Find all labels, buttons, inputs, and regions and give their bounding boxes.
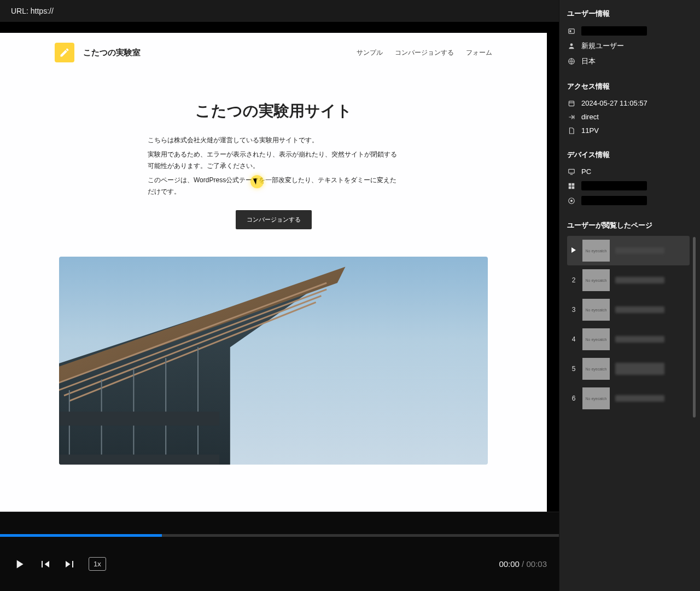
page-title-redacted bbox=[615, 247, 664, 254]
page-number: 4 bbox=[570, 335, 577, 343]
pages-title: ユーザーが閲覧したページ bbox=[559, 218, 700, 236]
play-button[interactable] bbox=[12, 557, 26, 571]
calendar-icon bbox=[567, 100, 576, 107]
device-os-row bbox=[559, 179, 700, 194]
svg-rect-11 bbox=[59, 412, 219, 425]
nav-form[interactable]: フォーム bbox=[466, 48, 492, 57]
svg-point-26 bbox=[570, 199, 573, 201]
svg-rect-23 bbox=[569, 186, 571, 189]
chrome-icon bbox=[567, 197, 576, 205]
device-info-title: デバイス情報 bbox=[559, 148, 700, 165]
access-time-value: 2024-05-27 11:05:57 bbox=[581, 99, 648, 107]
svg-rect-12 bbox=[59, 455, 219, 465]
site-name: こたつの実験室 bbox=[83, 48, 141, 58]
site-header: こたつの実験室 サンプル コンバージョンする フォーム bbox=[55, 43, 492, 62]
svg-point-15 bbox=[570, 43, 573, 46]
monitor-icon bbox=[567, 168, 576, 176]
page-number: 2 bbox=[570, 276, 577, 284]
page-title-redacted bbox=[615, 306, 664, 313]
user-type-value: 新規ユーザー bbox=[581, 41, 624, 51]
page-thumb: No eyecatch bbox=[582, 240, 610, 262]
file-icon bbox=[567, 127, 576, 135]
access-pv-value: 11PV bbox=[581, 126, 599, 135]
play-indicator-icon bbox=[570, 247, 577, 254]
player-bar: 1x 00:00 / 00:03 bbox=[0, 512, 559, 591]
cursor-indicator-icon bbox=[250, 175, 264, 188]
user-info-title: ユーザー情報 bbox=[559, 7, 700, 24]
user-country-row: 日本 bbox=[559, 54, 700, 69]
svg-rect-17 bbox=[569, 101, 574, 106]
windows-icon bbox=[567, 182, 576, 190]
page-thumb: No eyecatch bbox=[582, 299, 610, 321]
device-type-value: PC bbox=[581, 167, 591, 176]
nav-sample[interactable]: サンプル bbox=[357, 48, 383, 57]
time-total: 00:03 bbox=[526, 559, 547, 569]
site-nav: サンプル コンバージョンする フォーム bbox=[357, 48, 492, 57]
recorded-page: こたつの実験室 サンプル コンバージョンする フォーム こたつの実験用サイト こ… bbox=[0, 33, 547, 512]
hero-line1: こちらは株式会社火燵が運営している実験用サイトです。 bbox=[148, 135, 399, 147]
page-title-redacted bbox=[615, 277, 664, 283]
page-title-redacted bbox=[615, 336, 664, 343]
nav-conversion[interactable]: コンバージョンする bbox=[395, 48, 454, 57]
page-number: 5 bbox=[570, 365, 577, 373]
page-thumb: No eyecatch bbox=[582, 328, 610, 350]
hero-line3: このページは、WordPress公式テーマを一部改変したり、テキストをダミーに変… bbox=[148, 175, 399, 198]
svg-rect-14 bbox=[570, 30, 571, 32]
referrer-icon bbox=[567, 113, 576, 121]
page-title-redacted bbox=[615, 395, 664, 402]
page-item[interactable]: 2 No eyecatch bbox=[567, 265, 690, 295]
page-list: No eyecatch 2 No eyecatch 3 No eyecatch bbox=[567, 236, 690, 418]
next-button[interactable] bbox=[63, 558, 77, 571]
sidebar: ユーザー情報 新規ユーザー 日本 アクセス情報 2024-05-27 11:05… bbox=[559, 0, 700, 591]
page-title-redacted bbox=[615, 363, 664, 375]
svg-rect-21 bbox=[569, 183, 571, 186]
time-display: 00:00 / 00:03 bbox=[499, 559, 547, 569]
page-list-scrollbar[interactable] bbox=[693, 237, 696, 418]
id-card-icon bbox=[567, 27, 576, 35]
page-number: 3 bbox=[570, 306, 577, 314]
recording-viewport: こたつの実験室 サンプル コンバージョンする フォーム こたつの実験用サイト こ… bbox=[0, 22, 559, 512]
page-item[interactable]: 3 No eyecatch bbox=[567, 295, 690, 325]
access-info-title: アクセス情報 bbox=[559, 79, 700, 97]
svg-rect-19 bbox=[569, 169, 575, 173]
redacted-value bbox=[581, 196, 647, 205]
redacted-value bbox=[581, 181, 647, 190]
hero-line2: 実験用であるため、エラーが表示されたり、表示が崩れたり、突然サイトが閉鎖する可能… bbox=[148, 149, 399, 172]
progress-track[interactable] bbox=[0, 534, 559, 537]
page-thumb: No eyecatch bbox=[582, 358, 610, 380]
access-ref-value: direct bbox=[581, 113, 599, 121]
user-country-value: 日本 bbox=[581, 56, 596, 66]
device-type-row: PC bbox=[559, 165, 700, 179]
page-item[interactable]: 6 No eyecatch bbox=[567, 384, 690, 413]
speed-button[interactable]: 1x bbox=[89, 557, 106, 571]
hero-title: こたつの実験用サイト bbox=[148, 101, 399, 121]
progress-fill bbox=[0, 534, 162, 537]
svg-rect-13 bbox=[569, 28, 575, 33]
access-pv-row: 11PV bbox=[559, 124, 700, 138]
user-type-row: 新規ユーザー bbox=[559, 39, 700, 54]
svg-rect-22 bbox=[572, 183, 575, 186]
conversion-button[interactable]: コンバージョンする bbox=[236, 210, 312, 229]
page-thumb: No eyecatch bbox=[582, 269, 610, 291]
access-ref-row: direct bbox=[559, 111, 700, 124]
globe-icon bbox=[567, 57, 576, 65]
page-item[interactable]: 4 No eyecatch bbox=[567, 325, 690, 354]
page-number: 6 bbox=[570, 395, 577, 402]
url-bar: URL: https:// bbox=[0, 0, 559, 22]
site-logo-icon bbox=[55, 43, 74, 62]
hero-image bbox=[59, 257, 488, 465]
page-thumb: No eyecatch bbox=[582, 387, 610, 409]
svg-rect-24 bbox=[572, 186, 575, 189]
prev-button[interactable] bbox=[38, 558, 51, 571]
user-icon bbox=[567, 42, 576, 50]
time-current: 00:00 bbox=[499, 559, 520, 569]
redacted-value bbox=[581, 26, 647, 36]
page-item[interactable]: No eyecatch bbox=[567, 236, 690, 265]
page-item[interactable]: 5 No eyecatch bbox=[567, 354, 690, 384]
user-id-row bbox=[559, 24, 700, 39]
access-time-row: 2024-05-27 11:05:57 bbox=[559, 97, 700, 111]
device-browser-row bbox=[559, 194, 700, 208]
